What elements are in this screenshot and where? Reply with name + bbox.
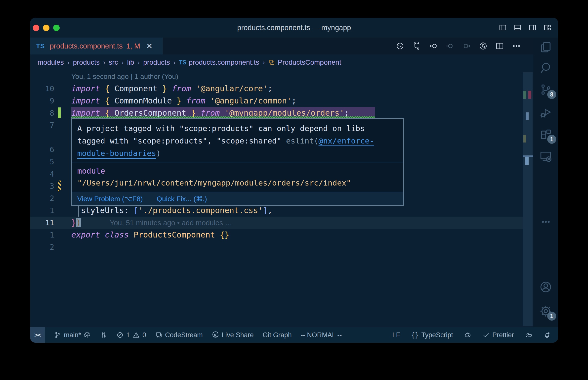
overview-mark-error — [528, 91, 531, 99]
line-number — [30, 131, 54, 143]
code-text: import { CommonModule } from '@angular/c… — [71, 95, 296, 107]
status-codestream[interactable]: CodeStream — [155, 331, 203, 339]
settings-badge: 1 — [547, 312, 556, 321]
hover-actions: View Problem (⌥F8) Quick Fix... (⌘.) — [72, 192, 403, 205]
code-text: import { Component } from '@angular/core… — [71, 83, 272, 95]
search-icon — [539, 61, 552, 74]
code-line[interactable]: You, 1 second ago | 1 author (You) — [30, 70, 523, 83]
code-line[interactable]: 11})You, 51 minutes ago • add modules … — [30, 217, 523, 229]
timeline-history-icon[interactable] — [395, 42, 404, 50]
eslint-rule-link[interactable]: @nx/enforce- — [319, 136, 374, 145]
feedback-icon — [525, 331, 532, 339]
hover-text: tagged with "scope:products", "scope:sha… — [77, 136, 286, 145]
nav-back-icon[interactable] — [429, 42, 438, 50]
activity-source-control[interactable]: 8 — [539, 83, 552, 96]
status-vim-mode[interactable]: -- NORMAL -- — [301, 331, 342, 339]
status-copilot[interactable] — [464, 331, 471, 339]
line-number: 9 — [30, 95, 54, 107]
line-number: 7 — [30, 119, 54, 131]
line-number: 8 — [30, 107, 54, 119]
hover-message: A project tagged with "scope:products" c… — [72, 119, 403, 162]
code-line[interactable]: 2 — [30, 241, 523, 253]
files-icon — [539, 41, 552, 54]
bell-icon — [543, 331, 551, 339]
activity-search[interactable] — [539, 61, 552, 74]
view-problem-link[interactable]: View Problem (⌥F8) — [77, 195, 143, 203]
status-live-share[interactable]: Live Share — [212, 331, 254, 339]
status-prettier[interactable]: Prettier — [482, 331, 514, 339]
code-line[interactable]: 1export class ProductsComponent {} — [30, 229, 523, 241]
tab-label: products.component.ts — [50, 42, 123, 50]
more-actions-icon[interactable] — [512, 42, 521, 50]
breadcrumb-item[interactable]: modules — [38, 58, 64, 66]
previous-change-icon[interactable] — [445, 42, 454, 50]
inline-blame: You, 51 minutes ago • add modules … — [110, 219, 232, 227]
eslint-rule-link[interactable]: module-boundaries — [77, 149, 156, 158]
code-line[interactable]: 10import { Component } from '@angular/co… — [30, 83, 523, 95]
overview-mark-modified — [523, 135, 526, 142]
layout-customize-icon[interactable] — [543, 23, 552, 32]
compare-changes-icon[interactable] — [412, 42, 421, 50]
activity-explorer[interactable] — [539, 41, 552, 54]
breadcrumb-item[interactable]: src — [109, 58, 118, 66]
activity-remote-explorer[interactable] — [539, 150, 552, 163]
more-icon — [541, 217, 551, 227]
activity-run-debug[interactable] — [539, 106, 552, 119]
tab-products-component[interactable]: TS products.component.ts 1, M ✕ — [30, 38, 163, 54]
hover-module-keyword: module — [77, 165, 398, 177]
status-git-graph[interactable]: Git Graph — [263, 331, 292, 339]
status-eol[interactable]: LF — [392, 331, 400, 339]
error-hover-tooltip: A project tagged with "scope:products" c… — [71, 118, 404, 206]
activity-account[interactable] — [539, 281, 552, 293]
next-change-icon[interactable] — [462, 42, 471, 50]
error-squiggle — [71, 116, 375, 118]
overview-mark-selection — [526, 112, 529, 120]
status-bar: >< main*10CodeStreamLive ShareGit Graph-… — [30, 327, 558, 343]
close-button[interactable] — [33, 25, 39, 31]
breadcrumb-item[interactable]: TSproducts.component.ts — [179, 58, 259, 66]
layout-panel-icon[interactable] — [513, 23, 522, 32]
split-editor-icon[interactable] — [495, 42, 504, 50]
status-notifications[interactable] — [543, 331, 551, 339]
zoom-button[interactable] — [53, 25, 60, 31]
quick-fix-link[interactable]: Quick Fix... (⌘.) — [157, 195, 207, 203]
breadcrumb-item[interactable]: products — [73, 58, 100, 66]
scrollbar-slider[interactable] — [523, 72, 533, 326]
gutter-marker-modified — [58, 181, 61, 191]
minimize-button[interactable] — [43, 25, 49, 31]
breadcrumb-separator: › — [138, 59, 140, 66]
vscode-window: products.component.ts — myngapp TS produ… — [30, 18, 558, 343]
codestream-icon — [155, 331, 163, 339]
check-icon — [482, 331, 490, 339]
status-git-branch[interactable]: main* — [54, 331, 91, 339]
status-git-compare[interactable] — [100, 331, 107, 339]
traffic-lights — [33, 25, 60, 31]
overview-mark-cursor — [525, 157, 529, 165]
editor-area[interactable]: You, 1 second ago | 1 author (You)10impo… — [30, 70, 533, 327]
activity-extensions[interactable]: 1 — [539, 128, 552, 141]
breadcrumb-separator: › — [122, 59, 124, 66]
status-language[interactable]: {}TypeScript — [411, 331, 453, 339]
breadcrumb-separator: › — [263, 59, 265, 66]
git-branch-icon — [54, 331, 61, 339]
activity-more-views[interactable] — [541, 217, 551, 227]
code-line[interactable]: 8import { OrdersComponent } from '@mynga… — [30, 107, 523, 119]
status-feedback[interactable] — [525, 331, 532, 339]
run-timeline-icon[interactable] — [479, 42, 488, 50]
code-line[interactable]: 1 styleUrls: ['./products.component.css'… — [30, 204, 523, 217]
tab-close-button[interactable]: ✕ — [146, 42, 153, 51]
breadcrumb-item[interactable]: ProductsComponent — [268, 58, 341, 66]
breadcrumb-item[interactable]: products — [143, 58, 170, 66]
breadcrumb-item[interactable]: lib — [127, 58, 134, 66]
breadcrumb: modules›products›src›lib›products›TSprod… — [30, 54, 533, 70]
layout-sidebar-right-icon[interactable] — [528, 23, 537, 32]
remote-indicator[interactable]: >< — [30, 327, 45, 343]
activity-settings[interactable]: 1 — [539, 305, 552, 318]
breadcrumb-separator: › — [103, 59, 105, 66]
code-line[interactable]: 9import { CommonModule } from '@angular/… — [30, 95, 523, 107]
layout-controls — [499, 18, 552, 38]
hover-text: ) — [156, 149, 161, 158]
gutter-marker-added — [58, 107, 61, 118]
status-problems[interactable]: 10 — [116, 331, 146, 339]
layout-sidebar-left-icon[interactable] — [499, 23, 507, 32]
